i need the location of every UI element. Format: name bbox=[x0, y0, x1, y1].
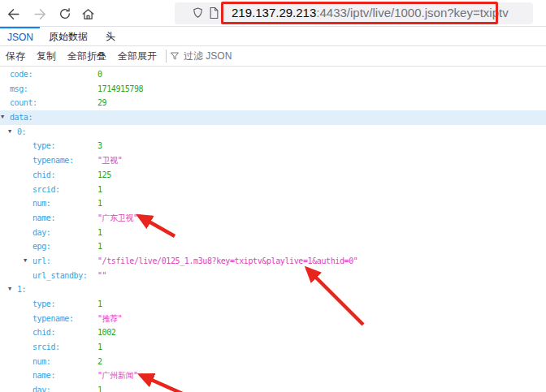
shield-icon[interactable] bbox=[192, 6, 204, 19]
reload-icon bbox=[58, 7, 72, 20]
json-key: url_standby: bbox=[32, 269, 87, 283]
json-row-url: ▼url:"/tsfile/live/0125_1.m3u8?key=txipt… bbox=[0, 254, 546, 269]
json-row-type: type:1 bbox=[0, 297, 546, 312]
expand-triangle-icon[interactable]: ▼ bbox=[8, 125, 11, 140]
json-key: name: bbox=[32, 368, 55, 383]
copy-button[interactable]: 复制 bbox=[31, 50, 62, 63]
json-value: 1002 bbox=[98, 325, 115, 340]
tab-json[interactable]: JSON bbox=[0, 27, 40, 45]
json-key: name: bbox=[32, 211, 55, 226]
json-key: epg: bbox=[32, 239, 50, 254]
browser-toolbar: 219.137.29.213:4433/iptv/live/1000.json?… bbox=[0, 0, 546, 27]
json-row-srcid: srcid:1 bbox=[0, 340, 546, 355]
home-button[interactable] bbox=[77, 3, 98, 24]
json-row-1: ▼1: bbox=[0, 282, 546, 297]
json-row-0: ▼0: bbox=[0, 125, 546, 140]
forward-button[interactable] bbox=[29, 3, 50, 24]
json-value: 2 bbox=[98, 355, 102, 369]
json-row-name: name:"广州新闻" bbox=[0, 368, 546, 383]
json-row-epg: epg:1 bbox=[0, 239, 546, 254]
json-key: url: bbox=[32, 254, 50, 269]
json-value: 1 bbox=[98, 383, 102, 392]
json-viewer-tabbar: JSON 原始数据 头 bbox=[0, 27, 546, 46]
json-row-num: num:2 bbox=[0, 355, 546, 369]
json-row-num: num:1 bbox=[0, 196, 546, 211]
toolbar-divider bbox=[166, 50, 167, 62]
expand-all-button[interactable]: 全部展开 bbox=[112, 50, 162, 63]
json-toolbar: 保存 复制 全部折叠 全部展开 过滤 JSON bbox=[0, 46, 546, 67]
json-value: 1 bbox=[98, 226, 102, 240]
save-button[interactable]: 保存 bbox=[0, 50, 31, 63]
json-row-name: name:"广东卫视" bbox=[0, 211, 546, 226]
json-row-day: day:1 bbox=[0, 383, 546, 392]
json-row-srcid: srcid:1 bbox=[0, 183, 546, 197]
json-row-day: day:1 bbox=[0, 226, 546, 240]
json-key: num: bbox=[32, 196, 50, 211]
filter-placeholder: 过滤 JSON bbox=[184, 50, 232, 63]
json-key: type: bbox=[32, 139, 55, 153]
json-key: srcid: bbox=[32, 340, 60, 355]
collapse-all-button[interactable]: 全部折叠 bbox=[62, 50, 112, 63]
tab-headers[interactable]: 头 bbox=[97, 27, 124, 45]
expand-triangle-icon[interactable]: ▼ bbox=[8, 282, 11, 297]
back-button[interactable] bbox=[2, 3, 24, 24]
json-value: 1 bbox=[98, 297, 102, 312]
json-value: 125 bbox=[98, 168, 111, 183]
json-row-code: code:0 bbox=[0, 67, 546, 82]
json-key: typename: bbox=[32, 312, 74, 326]
json-key: msg: bbox=[10, 82, 28, 97]
json-row-chid: chid:125 bbox=[0, 168, 546, 183]
json-row-chid: chid:1002 bbox=[0, 325, 546, 340]
page-info-icon[interactable] bbox=[209, 6, 219, 19]
json-key: code: bbox=[10, 67, 32, 82]
json-key: num: bbox=[32, 355, 50, 369]
json-key: day: bbox=[32, 383, 50, 392]
json-row-url_standby: url_standby:"" bbox=[0, 269, 546, 283]
json-row-typename: typename:"卫视" bbox=[0, 153, 546, 168]
back-arrow-icon bbox=[6, 7, 20, 21]
json-key: srcid: bbox=[32, 183, 60, 197]
json-row-typename: typename:"推荐" bbox=[0, 312, 546, 326]
json-value: "卫视" bbox=[98, 153, 122, 168]
json-value: 1 bbox=[98, 340, 102, 355]
json-value: "广东卫视" bbox=[98, 211, 138, 226]
json-key: 0: bbox=[17, 125, 26, 140]
json-value: 3 bbox=[98, 139, 102, 153]
json-value: "" bbox=[98, 269, 106, 283]
json-value: 29 bbox=[98, 96, 106, 110]
json-value: 0 bbox=[98, 67, 102, 82]
json-key: data: bbox=[10, 110, 32, 125]
json-value: "广州新闻" bbox=[98, 368, 138, 383]
json-key: typename: bbox=[32, 153, 74, 168]
filter-funnel-icon bbox=[170, 51, 180, 61]
filter-json-input[interactable]: 过滤 JSON bbox=[170, 50, 232, 63]
expand-triangle-icon[interactable]: ▼ bbox=[24, 254, 27, 269]
json-key: 1: bbox=[17, 282, 26, 297]
json-key: chid: bbox=[32, 325, 55, 340]
json-row-data: ▼data: bbox=[0, 110, 546, 125]
expand-triangle-icon[interactable]: ▼ bbox=[1, 110, 4, 125]
json-value: 1714915798 bbox=[98, 82, 143, 97]
json-value: 1 bbox=[98, 196, 102, 211]
json-row-type: type:3 bbox=[0, 139, 546, 153]
tab-raw-data[interactable]: 原始数据 bbox=[40, 27, 97, 45]
annotation-url-highlight-box bbox=[221, 2, 498, 24]
json-value: 1 bbox=[98, 183, 102, 197]
json-tree: code:0msg:1714915798count:29▼data:▼0:typ… bbox=[0, 67, 546, 392]
reload-button[interactable] bbox=[54, 3, 76, 24]
json-key: type: bbox=[32, 297, 55, 312]
json-row-count: count:29 bbox=[0, 96, 546, 110]
json-value: "推荐" bbox=[98, 312, 122, 326]
json-value: 1 bbox=[98, 239, 102, 254]
forward-arrow-icon bbox=[33, 7, 47, 21]
json-row-msg: msg:1714915798 bbox=[0, 82, 546, 97]
json-key: day: bbox=[32, 226, 50, 240]
json-key: count: bbox=[10, 96, 37, 110]
json-key: chid: bbox=[32, 168, 55, 183]
json-value: "/tsfile/live/0125_1.m3u8?key=txiptv&pla… bbox=[98, 254, 358, 269]
home-icon bbox=[81, 7, 95, 21]
